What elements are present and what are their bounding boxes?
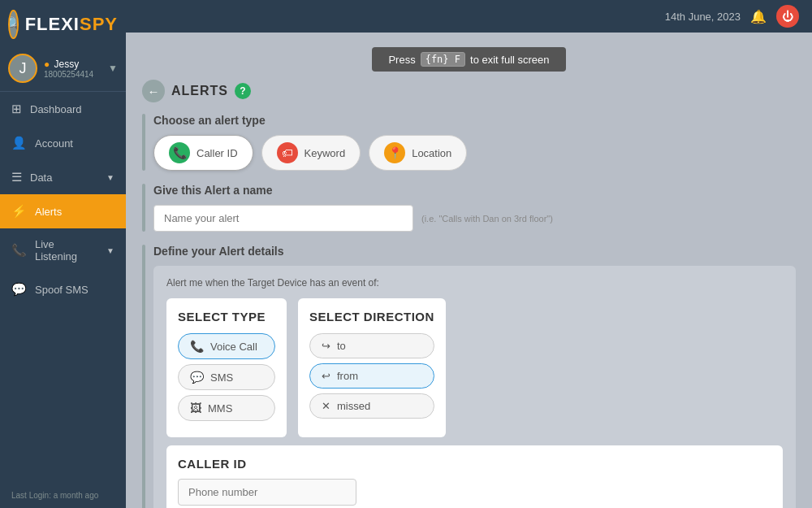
user-dropdown-icon[interactable]: ▼ [108,63,118,74]
phone-number-input[interactable] [178,479,356,506]
logo-flexi: FLEXI [25,14,80,34]
sidebar-label-live-listening: Live Listening [35,238,98,263]
location-icon: 📍 [384,142,405,163]
live-listening-icon: 📞 [11,243,27,258]
mms-label: MMS [208,402,232,415]
logo-icon: 🔍 [8,10,19,39]
live-listening-chevron-icon: ▼ [106,246,114,255]
sidebar-label-spoof-sms: Spoof SMS [35,284,89,296]
dir-btn-to[interactable]: ↪ to [309,333,434,358]
select-type-title: SELECT TYPE [178,310,275,323]
avatar: J [8,54,37,83]
fullscreen-exit-text: to exit full screen [470,54,550,66]
last-login: Last Login: a month ago [0,483,126,508]
select-columns: SELECT TYPE 📞 Voice Call 💬 SMS 🖼 [166,298,783,437]
help-badge[interactable]: ? [235,83,251,99]
page-title: ALERTS [171,84,228,98]
section-bar [142,114,145,171]
missed-label: missed [337,400,370,412]
define-inner: Alert me when the Target Device has an e… [153,266,796,508]
sidebar-item-dashboard[interactable]: ⊞ Dashboard [0,92,126,126]
sidebar-label-data: Data [30,172,52,184]
sidebar: 🔍 FLEXISPY J ● Jessy 18005254414 ▼ ⊞ Das… [0,0,126,508]
define-title: Define your Alert details [153,245,796,258]
content-area: Press {fn} F to exit full screen ← ALERT… [126,33,812,508]
location-label: Location [412,147,451,159]
alert-name-section: Give this Alert a name (i.e. "Calls with… [142,184,796,232]
sidebar-item-live-listening[interactable]: 📞 Live Listening ▼ [0,228,126,272]
alert-type-caller-id[interactable]: 📞 Caller ID [153,135,253,171]
sidebar-label-alerts: Alerts [35,206,62,218]
from-label: from [337,370,358,382]
alert-name-input[interactable] [153,205,413,232]
caller-id-icon: 📞 [169,142,190,163]
alert-type-content: Choose an alert type 📞 Caller ID 🏷 Keywo… [153,114,796,171]
sidebar-label-dashboard: Dashboard [30,103,82,115]
online-indicator: ● Jessy [44,59,93,70]
user-area[interactable]: J ● Jessy 18005254414 ▼ [0,49,126,92]
back-button[interactable]: ← [142,80,165,102]
keyword-icon: 🏷 [277,142,298,163]
caller-id-section: CALLER ID a withheld number [166,445,783,508]
sidebar-item-data[interactable]: ☰ Data ▼ [0,160,126,194]
from-icon: ↩ [322,370,330,382]
to-label: to [337,340,346,352]
logo-text: FLEXISPY [25,14,118,35]
notification-bell-icon[interactable]: 🔔 [750,9,767,24]
fullscreen-press-text: Press [388,54,415,66]
alert-name-title: Give this Alert a name [153,184,796,197]
alert-type-row: 📞 Caller ID 🏷 Keyword 📍 Location [153,135,796,171]
define-content: Define your Alert details Alert me when … [153,245,796,508]
sidebar-item-account[interactable]: 👤 Account [0,126,126,160]
fullscreen-notice-row: Press {fn} F to exit full screen [142,42,796,76]
section-bar-3 [142,245,145,508]
dir-btn-from[interactable]: ↩ from [309,363,434,389]
account-icon: 👤 [11,136,27,150]
sidebar-label-account: Account [35,137,73,150]
topbar-date: 14th June, 2023 [665,11,741,23]
caller-id-section-title: CALLER ID [178,457,771,471]
missed-icon: ✕ [322,400,330,412]
dashboard-icon: ⊞ [11,102,22,116]
voice-call-icon: 📞 [190,340,204,353]
select-type-col: SELECT TYPE 📞 Voice Call 💬 SMS 🖼 [166,298,287,437]
fullscreen-key: {fn} F [421,52,465,67]
alert-name-row: (i.e. "Calls with Dan on 3rd floor") [153,205,796,232]
type-btn-mms[interactable]: 🖼 MMS [178,395,275,421]
fullscreen-notice: Press {fn} F to exit full screen [372,47,565,72]
power-button[interactable]: ⏻ [776,5,799,28]
alert-type-keyword[interactable]: 🏷 Keyword [261,135,361,171]
alert-type-location[interactable]: 📍 Location [369,135,467,171]
alert-type-title: Choose an alert type [153,114,796,127]
voice-call-label: Voice Call [210,341,257,353]
to-icon: ↪ [322,340,330,352]
spoof-sms-icon: 💬 [11,282,27,297]
main-area: 14th June, 2023 🔔 ⏻ Press {fn} F to exit… [126,0,812,508]
topbar: 14th June, 2023 🔔 ⏻ [126,0,812,33]
select-direction-col: SELECT DIRECTION ↪ to ↩ from ✕ [298,298,446,437]
alerts-header: ← ALERTS ? [142,80,796,102]
keyword-label: Keyword [304,147,346,159]
caller-id-label: Caller ID [197,147,238,159]
sidebar-item-spoof-sms[interactable]: 💬 Spoof SMS [0,272,126,306]
logo-spy: SPY [80,14,118,34]
type-btn-sms[interactable]: 💬 SMS [178,364,275,390]
user-phone: 18005254414 [44,70,93,79]
select-direction-title: SELECT DIRECTION [309,310,434,323]
section-bar-2 [142,184,145,232]
username-label: Jessy [54,59,80,70]
dir-btn-missed[interactable]: ✕ missed [309,393,434,419]
define-sublabel: Alert me when the Target Device has an e… [166,277,783,289]
data-chevron-icon: ▼ [106,173,114,182]
alert-type-section: Choose an alert type 📞 Caller ID 🏷 Keywo… [142,114,796,171]
define-section: Define your Alert details Alert me when … [142,245,796,508]
sms-icon: 💬 [190,371,204,384]
alert-name-hint: (i.e. "Calls with Dan on 3rd floor") [421,214,553,224]
mms-icon: 🖼 [190,402,201,415]
alerts-icon: ⚡ [11,204,27,219]
sms-label: SMS [210,371,233,384]
sidebar-item-alerts[interactable]: ⚡ Alerts [0,194,126,228]
alert-name-content: Give this Alert a name (i.e. "Calls with… [153,184,796,232]
logo-area: 🔍 FLEXISPY [0,0,126,49]
type-btn-voice-call[interactable]: 📞 Voice Call [178,333,275,359]
